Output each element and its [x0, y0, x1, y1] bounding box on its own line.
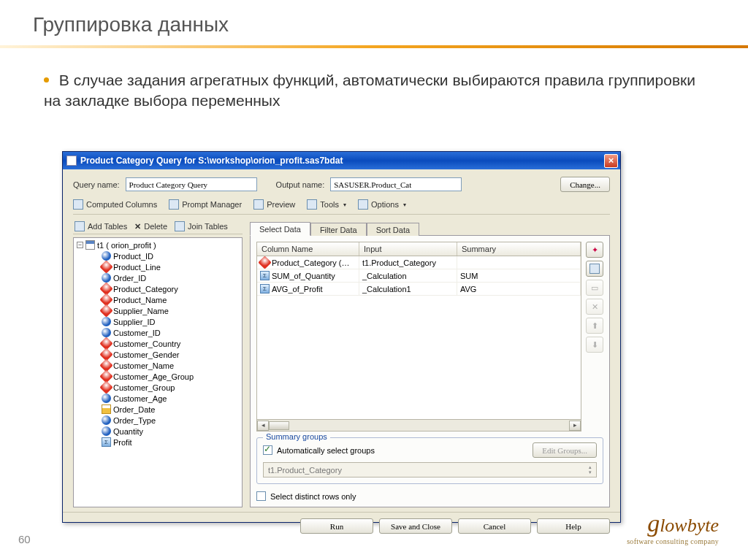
query-name-label: Query name:	[73, 180, 120, 189]
computed-columns-button[interactable]: Computed Columns	[73, 199, 157, 210]
output-name-input[interactable]	[330, 177, 462, 191]
properties-icon: ▭	[591, 283, 598, 293]
bullet-icon	[44, 77, 49, 83]
tree-column[interactable]: Supplier_ID	[75, 316, 240, 327]
column-label: Product_Category	[113, 285, 178, 294]
updown-icon[interactable]: ▴▾	[589, 465, 592, 475]
header-column-name[interactable]: Column Name	[257, 242, 359, 256]
cell-summary	[457, 256, 581, 269]
move-up-button[interactable]: ⬆	[586, 318, 603, 334]
horizontal-scrollbar[interactable]: ◂ ▸	[256, 420, 581, 431]
table-row[interactable]: ΣAVG_of_Profit_Calculation1AVG	[257, 283, 581, 296]
column-label: Supplier_Name	[113, 307, 169, 315]
tools-label: Tools	[320, 200, 339, 209]
name-row: Query name: Output name: Change...	[73, 177, 610, 192]
join-icon	[175, 221, 185, 231]
add-column-button[interactable]: ✦	[586, 242, 603, 258]
auto-select-checkbox[interactable]	[263, 445, 272, 455]
window-title: Product Category Query for S:\workshop\o…	[80, 156, 343, 166]
tree-column[interactable]: ΣProfit	[75, 437, 240, 448]
row-type-icon: Σ	[260, 271, 270, 280]
column-label: Product_Line	[113, 263, 161, 272]
options-button[interactable]: Options▾	[358, 199, 406, 210]
tree-column[interactable]: Customer_Country	[75, 338, 240, 349]
column-type-icon	[99, 304, 112, 317]
scroll-left-icon[interactable]: ◂	[257, 421, 269, 431]
tree-column[interactable]: Customer_Name	[75, 360, 240, 371]
prompt-icon	[169, 199, 179, 210]
distinct-checkbox[interactable]	[256, 491, 266, 501]
tree-column[interactable]: Product_ID	[75, 250, 240, 261]
help-button[interactable]: Help	[537, 518, 610, 534]
tree-column[interactable]: Product_Name	[75, 294, 240, 305]
table-row[interactable]: ΣSUM_of_Quantity_CalculationSUM	[257, 269, 581, 283]
scroll-thumb[interactable]	[269, 421, 289, 430]
run-button[interactable]: Run	[300, 518, 373, 534]
column-type-icon	[102, 394, 111, 403]
header-input[interactable]: Input	[359, 242, 457, 256]
query-dialog: Product Category Query for S:\workshop\o…	[62, 151, 621, 523]
tree-column[interactable]: Customer_ID	[75, 327, 240, 338]
join-tables-label: Join Tables	[188, 222, 228, 231]
tree-root[interactable]: −t1 ( orion_profit )	[75, 239, 240, 250]
preview-button[interactable]: Preview	[253, 199, 295, 210]
tree-column[interactable]: Order_Type	[75, 415, 240, 426]
tab-sort-data[interactable]: Sort Data	[367, 223, 419, 236]
prompt-manager-button[interactable]: Prompt Manager	[169, 199, 242, 210]
query-name-input[interactable]	[126, 177, 257, 191]
delete-label: Delete	[144, 222, 167, 231]
logo: glowbyte software consulting company	[627, 510, 719, 545]
move-down-button[interactable]: ⬇	[586, 337, 603, 353]
tree-column[interactable]: Customer_Age	[75, 393, 240, 404]
grid-wrap: Column Name Input Summary Product_Catego…	[256, 242, 581, 431]
cell-summary: SUM	[457, 269, 581, 282]
new-calc-button[interactable]	[586, 261, 603, 277]
column-type-icon	[102, 251, 111, 261]
add-tables-label: Add Tables	[88, 222, 127, 231]
table-row[interactable]: Product_Category (…t1.Product_Category	[257, 256, 581, 269]
edit-groups-button: Edit Groups...	[533, 442, 597, 458]
tree-column[interactable]: Product_Category	[75, 283, 240, 294]
remove-button[interactable]: ✕	[586, 299, 603, 315]
column-type-icon	[102, 404, 111, 414]
cancel-button[interactable]: Cancel	[458, 518, 531, 534]
logo-tagline: software consulting company	[627, 537, 719, 545]
save-close-button[interactable]: Save and Close	[379, 518, 452, 534]
grid-body[interactable]: Product_Category (…t1.Product_CategoryΣS…	[256, 256, 581, 420]
tree-column[interactable]: Customer_Group	[75, 382, 240, 393]
scroll-right-icon[interactable]: ▸	[569, 421, 581, 431]
tab-select-data[interactable]: Select Data	[250, 222, 310, 236]
tree-column[interactable]: Customer_Gender	[75, 349, 240, 360]
column-type-icon	[102, 317, 111, 326]
tree-column[interactable]: Order_ID	[75, 272, 240, 283]
tree-column[interactable]: Product_Line	[75, 261, 240, 272]
group-value-select[interactable]: t1.Product_Category ▴▾	[263, 462, 597, 477]
change-button[interactable]: Change...	[560, 177, 610, 192]
grid-row: Column Name Input Summary Product_Catego…	[256, 242, 603, 431]
join-tables-button[interactable]: Join Tables	[175, 221, 228, 231]
tree-column[interactable]: Quantity	[75, 426, 240, 437]
properties-button[interactable]: ▭	[586, 280, 603, 296]
column-label: Order_Type	[113, 416, 156, 425]
column-tree[interactable]: −t1 ( orion_profit )Product_IDProduct_Li…	[73, 237, 243, 507]
tree-column[interactable]: Customer_Age_Group	[75, 371, 240, 382]
titlebar[interactable]: Product Category Query for S:\workshop\o…	[63, 152, 620, 169]
tools-button[interactable]: Tools▾	[307, 199, 346, 210]
column-label: Order_Date	[113, 405, 155, 414]
tree-column[interactable]: Order_Date	[75, 404, 240, 415]
prompt-manager-label: Prompt Manager	[182, 200, 242, 209]
collapse-icon[interactable]: −	[77, 242, 83, 248]
close-icon[interactable]: ×	[604, 154, 618, 168]
column-label: Customer_ID	[113, 329, 161, 337]
distinct-row: Select distinct rows only	[256, 491, 603, 501]
tree-column[interactable]: Supplier_Name	[75, 305, 240, 316]
header-summary[interactable]: Summary	[457, 242, 581, 256]
arrow-down-icon: ⬇	[592, 340, 598, 350]
auto-select-row: Automatically select groups Edit Groups.…	[263, 442, 597, 458]
delete-button[interactable]: ✕Delete	[134, 222, 167, 231]
right-panel: Select Data Filter Data Sort Data Column…	[250, 219, 610, 507]
add-tables-button[interactable]: Add Tables	[75, 221, 127, 231]
column-type-icon: Σ	[102, 437, 111, 447]
tab-filter-data[interactable]: Filter Data	[310, 223, 367, 236]
column-label: Profit	[113, 438, 132, 447]
